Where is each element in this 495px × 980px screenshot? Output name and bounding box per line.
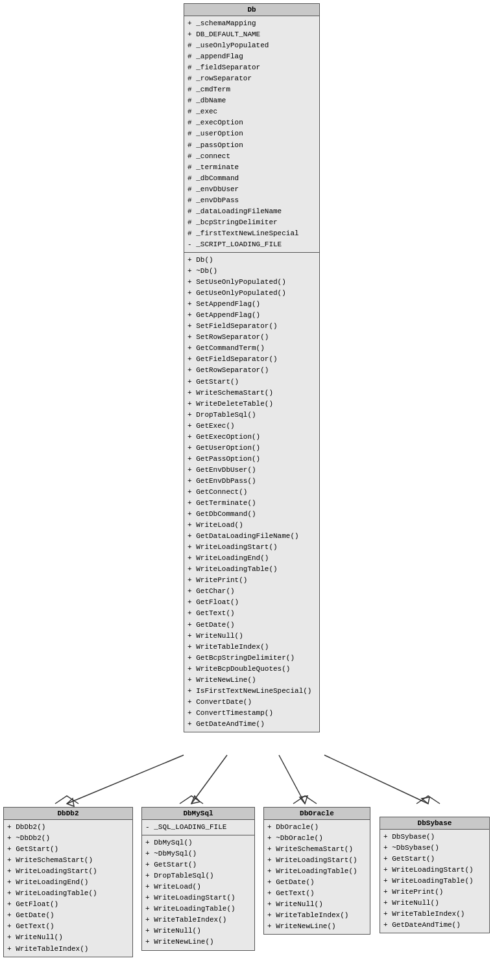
dboracle-method-2: + ~DbOracle() [267, 833, 367, 844]
dbdb2-method-7: + WriteLoadingTable() [7, 888, 129, 899]
dbsybase-method-4: + WriteLoadingStart() [383, 865, 486, 876]
db-method-34: + GetDate() [187, 620, 316, 631]
dbmysql-method-1: + DbMySql() [145, 837, 251, 848]
db-method-14: + WriteDeleteTable() [187, 399, 316, 410]
db-attr-2: + DB_DEFAULT_NAME [187, 29, 316, 40]
db-attr-19: # _bcpStringDelimiter [187, 217, 316, 228]
db-attr-8: # _dbName [187, 95, 316, 106]
db-method-8: + SetRowSeparator() [187, 332, 316, 343]
diagram-container: Db + _schemaMapping + DB_DEFAULT_NAME # … [0, 0, 495, 980]
db-attr-9: # _exec [187, 106, 316, 117]
dbmysql-method-8: + WriteTableIndex() [145, 915, 251, 926]
dbmysql-method-3: + GetStart() [145, 859, 251, 870]
dbdb2-method-8: + GetFloat() [7, 899, 129, 910]
dbdb2-method-2: + ~DbDb2() [7, 833, 129, 844]
dbdb2-methods-section: + DbDb2() + ~DbDb2() + GetStart() + Writ… [4, 820, 132, 957]
db-method-15: + DropTableSql() [187, 410, 316, 421]
dbdb2-method-10: + GetText() [7, 921, 129, 932]
dbsybase-method-1: + DbSybase() [383, 832, 486, 843]
db-method-28: + WriteLoadingEnd() [187, 553, 316, 564]
db-attr-7: # _cmdTerm [187, 84, 316, 95]
dbmysql-class-box: DbMySql - _SQL_LOADING_FILE + DbMySql() … [141, 807, 255, 951]
dbsybase-method-9: + GetDateAndTime() [383, 920, 486, 931]
dbdb2-method-6: + WriteLoadingEnd() [7, 877, 129, 888]
db-method-5: + SetAppendFlag() [187, 299, 316, 310]
svg-line-2 [191, 755, 227, 804]
dbmysql-method-2: + ~DbMySql() [145, 848, 251, 859]
db-attr-6: # _rowSeparator [187, 73, 316, 84]
dbmysql-method-5: + WriteLoad() [145, 881, 251, 892]
db-method-11: + GetRowSeparator() [187, 365, 316, 376]
db-method-23: + GetTerminate() [187, 498, 316, 509]
db-methods-section: + Db() + ~Db() + SetUseOnlyPopulated() +… [184, 253, 319, 732]
dboracle-method-8: + WriteNull() [267, 899, 367, 910]
dbdb2-method-11: + WriteNull() [7, 932, 129, 943]
dbmysql-method-9: + WriteNull() [145, 926, 251, 937]
db-method-4: + GetUseOnlyPopulated() [187, 288, 316, 299]
dbdb2-method-12: + WriteTableIndex() [7, 944, 129, 955]
dbmysql-methods-section: + DbMySql() + ~DbMySql() + GetStart() + … [142, 835, 254, 950]
svg-marker-1 [67, 799, 74, 806]
db-attr-1: + _schemaMapping [187, 18, 316, 29]
dbmysql-attr-1: - _SQL_LOADING_FILE [145, 822, 251, 833]
dbsybase-method-7: + WriteNull() [383, 898, 486, 909]
dboracle-method-9: + WriteTableIndex() [267, 910, 367, 921]
db-method-26: + GetDataLoadingFileName() [187, 531, 316, 542]
db-attr-13: # _connect [187, 151, 316, 162]
db-attr-15: # _dbCommand [187, 173, 316, 184]
dbdb2-method-4: + WriteSchemaStart() [7, 855, 129, 866]
db-method-41: + ConvertDate() [187, 697, 316, 708]
db-method-38: + WriteBcpDoubleQuotes() [187, 664, 316, 675]
db-method-30: + WritePrint() [187, 575, 316, 586]
db-attr-11: # _userOption [187, 128, 316, 139]
dbsybase-method-3: + GetStart() [383, 854, 486, 865]
db-method-18: + GetUserOption() [187, 443, 316, 454]
db-method-19: + GetPassOption() [187, 454, 316, 465]
db-method-37: + GetBcpStringDelimiter() [187, 653, 316, 664]
db-attr-18: # _dataLoadingFileName [187, 206, 316, 217]
db-method-31: + GetChar() [187, 586, 316, 597]
dbsybase-class-title: DbSybase [380, 817, 489, 830]
db-attr-14: # _terminate [187, 162, 316, 173]
db-method-13: + WriteSchemaStart() [187, 388, 316, 399]
db-class-box: Db + _schemaMapping + DB_DEFAULT_NAME # … [184, 3, 320, 732]
svg-marker-3 [191, 796, 200, 804]
db-method-42: + ConvertTimestamp() [187, 708, 316, 719]
dbdb2-method-3: + GetStart() [7, 844, 129, 855]
dbsybase-class-box: DbSybase + DbSybase() + ~DbSybase() + Ge… [380, 817, 490, 933]
dbdb2-method-9: + GetDate() [7, 910, 129, 921]
dboracle-class-box: DbOracle + DbOracle() + ~DbOracle() + Wr… [263, 807, 370, 935]
dboracle-method-5: + WriteLoadingTable() [267, 866, 367, 877]
dbsybase-methods-section: + DbSybase() + ~DbSybase() + GetStart() … [380, 830, 489, 933]
db-method-9: + GetCommandTerm() [187, 343, 316, 354]
dboracle-method-3: + WriteSchemaStart() [267, 844, 367, 855]
dboracle-method-10: + WriteNewLine() [267, 921, 367, 932]
db-method-12: + GetStart() [187, 377, 316, 388]
dbsybase-method-6: + WritePrint() [383, 887, 486, 898]
db-method-6: + GetAppendFlag() [187, 310, 316, 321]
db-method-33: + GetText() [187, 608, 316, 619]
db-method-39: + WriteNewLine() [187, 675, 316, 686]
db-method-27: + WriteLoadingStart() [187, 542, 316, 553]
dbmysql-method-6: + WriteLoadingStart() [145, 892, 251, 904]
dbmysql-method-7: + WriteLoadingTable() [145, 904, 251, 915]
db-attr-5: # _fieldSeparator [187, 62, 316, 73]
db-method-17: + GetExecOption() [187, 432, 316, 443]
dbmysql-method-10: + WriteNewLine() [145, 937, 251, 948]
dbdb2-method-1: + DbDb2() [7, 822, 129, 833]
db-attributes-section: + _schemaMapping + DB_DEFAULT_NAME # _us… [184, 16, 319, 253]
db-method-43: + GetDateAndTime() [187, 719, 316, 730]
dbsybase-method-2: + ~DbSybase() [383, 843, 486, 854]
db-method-7: + SetFieldSeparator() [187, 321, 316, 332]
dbdb2-class-box: DbDb2 + DbDb2() + ~DbDb2() + GetStart() … [3, 807, 133, 957]
db-method-36: + WriteTableIndex() [187, 642, 316, 653]
dbsybase-method-5: + WriteLoadingTable() [383, 876, 486, 887]
db-method-3: + SetUseOnlyPopulated() [187, 277, 316, 288]
db-attr-10: # _execOption [187, 117, 316, 128]
dboracle-class-title: DbOracle [264, 808, 370, 820]
db-attr-4: # _appendFlag [187, 51, 316, 62]
dboracle-method-1: + DbOracle() [267, 822, 367, 833]
db-method-29: + WriteLoadingTable() [187, 564, 316, 575]
db-attr-21: - _SCRIPT_LOADING_FILE [187, 239, 316, 250]
db-attr-16: # _envDbUser [187, 184, 316, 195]
